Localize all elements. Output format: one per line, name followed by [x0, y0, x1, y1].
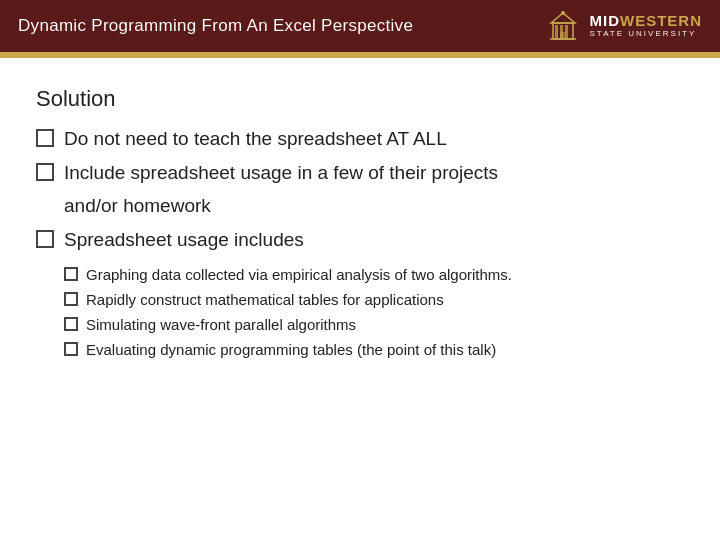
- logo-western: WESTERN: [620, 13, 702, 30]
- slide-title: Dynamic Programming From An Excel Perspe…: [18, 16, 413, 36]
- bullet-text-3: Spreadsheet usage includes: [64, 227, 684, 253]
- sub-bullet-item-2: Rapidly construct mathematical tables fo…: [64, 290, 684, 310]
- bullet-text-1: Do not need to teach the spreadsheet AT …: [64, 126, 684, 152]
- bullet-item-3: Spreadsheet usage includes: [36, 227, 684, 253]
- sub-bullet-text-3: Simulating wave-front parallel algorithm…: [86, 315, 684, 335]
- main-bullet-list: Do not need to teach the spreadsheet AT …: [36, 126, 684, 261]
- sub-bullet-text-4: Evaluating dynamic programming tables (t…: [86, 340, 684, 360]
- bullet-text-2: Include spreadsheet usage in a few of th…: [64, 160, 684, 186]
- sub-bullet-item-4: Evaluating dynamic programming tables (t…: [64, 340, 684, 360]
- checkbox-icon-2: [36, 163, 54, 181]
- checkbox-icon-1: [36, 129, 54, 147]
- slide-header: Dynamic Programming From An Excel Perspe…: [0, 0, 720, 52]
- sub-bullet-item-3: Simulating wave-front parallel algorithm…: [64, 315, 684, 335]
- sub-checkbox-icon-4: [64, 342, 78, 356]
- section-title: Solution: [36, 86, 684, 112]
- logo-text-block: MIDWESTERN STATE UNIVERSITY: [590, 13, 703, 38]
- sub-checkbox-icon-3: [64, 317, 78, 331]
- logo-mid: MID: [590, 13, 621, 30]
- bullet-item-1: Do not need to teach the spreadsheet AT …: [36, 126, 684, 152]
- svg-rect-7: [560, 32, 566, 39]
- sub-bullet-text-2: Rapidly construct mathematical tables fo…: [86, 290, 684, 310]
- sub-bullet-item-1: Graphing data collected via empirical an…: [64, 265, 684, 285]
- logo-area: MIDWESTERN STATE UNIVERSITY: [544, 7, 703, 45]
- sub-checkbox-icon-2: [64, 292, 78, 306]
- slide: Dynamic Programming From An Excel Perspe…: [0, 0, 720, 540]
- bullet-continuation-2: and/or homework: [64, 193, 684, 219]
- slide-content: Solution Do not need to teach the spread…: [0, 58, 720, 540]
- sub-bullet-list: Graphing data collected via empirical an…: [64, 265, 684, 366]
- sub-checkbox-icon-1: [64, 267, 78, 281]
- bullet-item-2: Include spreadsheet usage in a few of th…: [36, 160, 684, 186]
- svg-point-5: [561, 11, 565, 15]
- svg-rect-1: [555, 25, 558, 39]
- university-building-icon: [544, 7, 582, 45]
- sub-bullet-text-1: Graphing data collected via empirical an…: [86, 265, 684, 285]
- logo-sub: STATE UNIVERSITY: [590, 30, 697, 39]
- checkbox-icon-3: [36, 230, 54, 248]
